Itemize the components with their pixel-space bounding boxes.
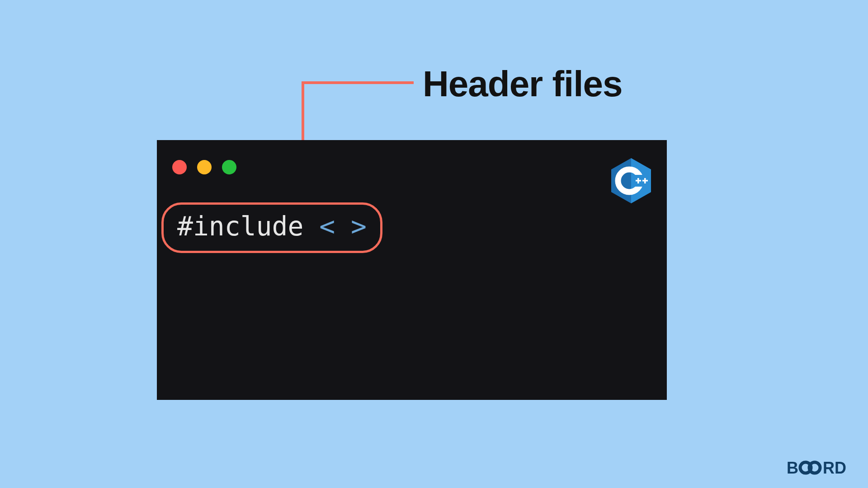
board-logo: B RD — [787, 458, 854, 477]
zoom-icon[interactable] — [222, 160, 236, 174]
code-token-directive: #include — [177, 211, 303, 242]
svg-rect-5 — [636, 180, 641, 182]
minimize-icon[interactable] — [197, 160, 212, 174]
diagram-title: Header files — [423, 63, 623, 105]
close-icon[interactable] — [172, 160, 187, 174]
window-controls — [172, 160, 236, 174]
terminal-window: #include < > — [157, 140, 667, 400]
connector-horizontal — [302, 81, 414, 84]
cpp-logo-icon — [611, 158, 651, 203]
code-token-angles: < > — [319, 211, 367, 242]
brand-text-b: B — [787, 459, 798, 477]
brand-text-rd: RD — [823, 459, 846, 477]
code-include-directive: #include < > — [161, 202, 382, 253]
svg-rect-7 — [642, 180, 648, 182]
